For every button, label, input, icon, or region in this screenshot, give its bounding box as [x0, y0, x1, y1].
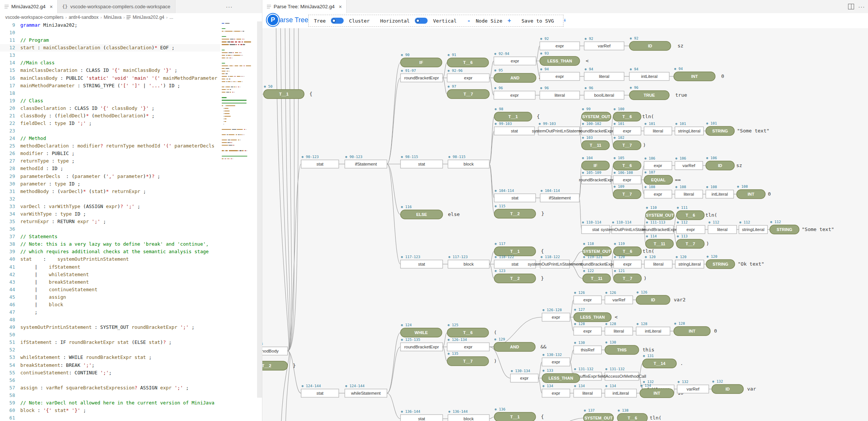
tree-node-and[interactable]: AND⊛ 129	[494, 337, 535, 351]
tree-node-roundbracketexpr[interactable]: roundBracketExpr⊛ 91-97	[400, 68, 443, 82]
tree-node-literal[interactable]: literal⊛ 101	[644, 122, 672, 135]
editor-more-actions-icon[interactable]: ···	[226, 3, 233, 10]
tree-node-t__14[interactable]: T__14⊛ 131	[643, 354, 676, 368]
tree-node-intliteral[interactable]: intLiteral⊛ 94	[629, 67, 669, 81]
breadcrumb-item[interactable]: vscode-workspace-compilers	[5, 15, 64, 20]
tree-node-methodbody[interactable]: methodBody⊛ 51-205	[262, 342, 288, 355]
tree-node-t__7[interactable]: T__7⊛ 135	[447, 351, 489, 366]
tree-node-if[interactable]: IF⊛ 90	[400, 53, 442, 67]
tree-node-t__7[interactable]: T__7⊛ 102	[613, 135, 641, 150]
tab-code-workspace[interactable]: {} vscode-workspace-compilers.code-works…	[58, 0, 175, 13]
tree-node-stat[interactable]: stat⊛ 90-123	[301, 155, 339, 168]
tree-node-t__11[interactable]: T__11⊛ 122	[583, 269, 611, 283]
tree-node-fieldaccessormethodcall[interactable]: fieldAccessOrMethodCall⊛ 131-132	[597, 367, 646, 380]
tree-node-literal[interactable]: literal⊛ 134	[574, 384, 602, 397]
tree-node-system_out[interactable]: SYSTEM_OUT⊛ 137	[583, 408, 614, 421]
tree-node-else[interactable]: ELSE⊛ 116	[400, 205, 443, 219]
tree-node-t__2[interactable]: T__2⊛ 206	[262, 356, 288, 370]
tree-node-systemoutprintlnstatement[interactable]: systemOutPrintLnStatement⊛ 99-103	[532, 122, 586, 135]
tree-node-intliteral[interactable]: intLiteral⊛ 128	[636, 322, 670, 335]
tree-node-literal[interactable]: literal⊛ 112	[708, 220, 737, 234]
tree-node-stat[interactable]: stat⊛ 136-144	[400, 409, 443, 421]
tree-node-t__11[interactable]: T__11⊛ 114	[646, 234, 673, 248]
tree-cluster-toggle[interactable]	[331, 18, 344, 24]
tree-node-expr[interactable]: expr⊛ 134	[542, 384, 570, 397]
tree-node-true[interactable]: TRUE⊛ 96	[629, 85, 669, 100]
tree-node-stat[interactable]: stat⊛ 99-103	[494, 122, 535, 135]
tree-node-id[interactable]: ID⊛ 132	[712, 379, 743, 394]
tree-node-expr[interactable]: expr⊛ 92-96	[447, 68, 489, 82]
orientation-toggle[interactable]	[415, 18, 428, 24]
minimap[interactable]	[220, 21, 257, 421]
tree-node-intliteral[interactable]: intLiteral⊛ 108	[706, 185, 734, 198]
close-icon[interactable]: ×	[339, 4, 342, 10]
tree-node-block[interactable]: block⊛ 117-123	[448, 255, 489, 268]
tree-node-expr[interactable]: expr⊛ 112	[676, 220, 705, 234]
tree-node-whilestatement[interactable]: whileStatement⊛ 124-144	[345, 384, 387, 397]
tree-node-t__1[interactable]: T__1⊛ 117	[494, 242, 536, 256]
breadcrumb-item[interactable]: ...	[169, 15, 173, 20]
node-size-increase-button[interactable]: +	[508, 17, 511, 24]
tree-node-system_out[interactable]: SYSTEM_OUT⊛ 110	[646, 205, 674, 220]
node-size-decrease-button[interactable]: -	[467, 17, 471, 24]
tree-node-block[interactable]: block⊛ 136-144	[448, 409, 489, 421]
breadcrumb-item[interactable]: MiniJava	[104, 15, 121, 20]
tree-node-varref[interactable]: varRef⊛ 132	[677, 380, 709, 393]
tree-node-expr[interactable]: expr⊛ 106	[644, 156, 672, 170]
tree-node-t__6[interactable]: T__6⊛ 105	[613, 156, 641, 170]
tree-node-t__6[interactable]: T__6⊛ 111	[676, 205, 704, 220]
tree-node-less_than[interactable]: LESS_THAN⊛ 93	[540, 51, 580, 65]
tree-node-int[interactable]: INT⊛ 94	[674, 67, 715, 81]
tree-node-stringliteral[interactable]: stringLiteral⊛ 112	[739, 220, 767, 234]
tree-node-t__6[interactable]: T__6⊛ 100	[613, 107, 641, 121]
tree-node-t__1[interactable]: T__1⊛ 136	[494, 407, 536, 421]
tree-node-system_out[interactable]: SYSTEM_OUT⊛ 118	[583, 242, 611, 256]
tree-node-ifstatement[interactable]: ifStatement⊛ 104-114	[540, 188, 579, 202]
tree-node-string[interactable]: STRING⊛ 112	[770, 220, 799, 234]
tree-node-roundbracketexpr[interactable]: roundBracketExpr⊛ 100-102	[579, 122, 614, 135]
tree-node-id[interactable]: ID⊛ 126	[636, 290, 670, 304]
tab-parse-tree[interactable]: Parse Tree: MiniJava202.g4 ×	[262, 0, 347, 13]
tree-node-equal[interactable]: EQUAL⊛ 107	[644, 170, 673, 184]
tree-node-literal[interactable]: literal⊛ 108	[675, 185, 703, 198]
tree-node-block[interactable]: block⊛ 98-115	[448, 155, 489, 168]
tree-node-expr[interactable]: expr⊛ 94	[540, 67, 580, 81]
tree-node-varref[interactable]: varRef⊛ 92	[584, 36, 624, 50]
tree-node-less_than[interactable]: LESS_THAN⊛ 127	[574, 307, 611, 322]
tree-node-expr[interactable]: expr⊛ 130-132	[542, 353, 570, 366]
tree-node-string[interactable]: STRING⊛ 120	[706, 254, 735, 269]
tree-node-intliteral[interactable]: intLiteral⊛ 134	[605, 384, 637, 397]
tree-node-t__6[interactable]: T__6⊛ 91	[447, 53, 489, 67]
code-editor[interactable]: 9grammar MiniJava202;1011// Program12sta…	[0, 21, 262, 421]
tree-node-stringliteral[interactable]: stringLiteral⊛ 120	[675, 255, 704, 268]
tree-node-t__6[interactable]: T__6⊛ 125	[447, 323, 489, 337]
tree-node-expr[interactable]: expr⊛ 92-94	[494, 52, 536, 65]
editor-scrollbar[interactable]	[257, 21, 262, 398]
tree-node-roundbracketexpr[interactable]: roundBracketExpr⊛ 105-109	[579, 170, 614, 184]
tree-node-roundbracketexpr[interactable]: roundBracketExpr⊛ 111-113	[642, 220, 677, 234]
parse-tree-canvas[interactable]: {}&&sz<0true{}else{}tln()"Some text"sz==…	[262, 28, 868, 421]
tree-node-stat[interactable]: stat⊛ 124-144	[301, 384, 339, 397]
tree-node-expr[interactable]: expr⊛ 130-134	[510, 369, 538, 382]
tree-node-id[interactable]: ID⊛ 106	[706, 156, 734, 170]
tree-node-int[interactable]: INT⊛ 108	[737, 184, 765, 199]
tree-node-t__11[interactable]: T__11⊛ 103	[582, 135, 609, 150]
tree-node-expr[interactable]: expr⊛ 101	[613, 122, 641, 135]
tree-node-t__2[interactable]: T__2⊛ 115	[494, 204, 536, 218]
tree-node-this[interactable]: THIS⊛ 130	[605, 340, 639, 354]
tree-node-expr[interactable]: expr⊛ 108	[644, 185, 672, 198]
save-to-svg-button[interactable]: Save to SVG	[522, 18, 554, 24]
tree-node-varref[interactable]: varRef⊛ 126	[605, 290, 633, 304]
tree-node-expr[interactable]: expr⊛ 92	[540, 36, 580, 50]
panel-more-actions-icon[interactable]: ···	[858, 3, 865, 10]
tree-node-system_out[interactable]: SYSTEM_OUT⊛ 99	[582, 107, 611, 121]
tree-node-stat[interactable]: stat⊛ 117-123	[400, 255, 443, 268]
tree-node-t__7[interactable]: T__7⊛ 97	[447, 84, 489, 99]
tree-node-t__7[interactable]: T__7⊛ 113	[676, 234, 704, 248]
tree-node-expr[interactable]: expr⊛ 120	[614, 255, 641, 268]
tree-node-literal[interactable]: literal⊛ 120	[644, 255, 672, 268]
tree-node-ifstatement[interactable]: ifStatement⊛ 90-123	[345, 155, 387, 168]
tree-node-expr[interactable]: expr⊛ 126-128	[542, 308, 570, 321]
tree-node-t__7[interactable]: T__7⊛ 109	[613, 184, 641, 199]
tree-node-t__2[interactable]: T__2⊛ 123	[494, 269, 536, 283]
